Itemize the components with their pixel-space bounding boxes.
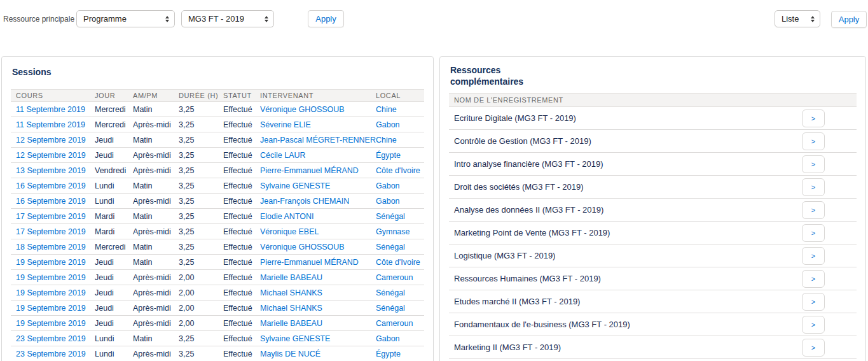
session-ampm: Après-midi [133, 197, 179, 206]
apply-button[interactable]: Apply [308, 10, 344, 27]
session-room-link[interactable]: Chine [376, 136, 424, 145]
session-status: Effectué [223, 197, 260, 206]
session-room-link[interactable]: Chine [376, 105, 424, 114]
table-row: 12 Septembre 2019 Jeudi Matin 3,25 Effec… [11, 132, 424, 148]
session-instructor-link[interactable]: Maylis DE NUCÉ [260, 350, 376, 358]
session-room-link[interactable]: Gabon [376, 181, 424, 190]
apply-view-button[interactable]: Apply [831, 11, 867, 28]
session-ampm: Après-midi [133, 304, 179, 313]
session-status: Effectué [223, 227, 260, 236]
session-date-link[interactable]: 16 Septembre 2019 [16, 197, 95, 206]
session-room-link[interactable]: Cameroun [376, 273, 424, 282]
session-instructor-link[interactable]: Cécile LAUR [260, 151, 376, 160]
session-instructor-link[interactable]: Michael SHANKS [260, 304, 376, 313]
open-resource-button[interactable]: > [802, 132, 825, 150]
session-instructor-link[interactable]: Véronique EBEL [260, 227, 376, 236]
resource-name: Logistique (MG3 FT - 2019) [454, 251, 802, 260]
session-instructor-link[interactable]: Séverine ELIE [260, 120, 376, 129]
view-mode-select[interactable]: Liste [775, 10, 820, 27]
session-date-link[interactable]: 18 Septembre 2019 [16, 243, 95, 251]
session-status: Effectué [223, 181, 260, 190]
session-date-link[interactable]: 12 Septembre 2019 [16, 136, 95, 145]
column-header-cours: COURS [16, 92, 95, 99]
session-date-link[interactable]: 19 Septembre 2019 [16, 319, 95, 328]
open-resource-button[interactable]: > [802, 178, 825, 196]
session-date-link[interactable]: 23 Septembre 2019 [16, 350, 95, 358]
session-instructor-link[interactable]: Sylvaine GENESTE [260, 334, 376, 343]
session-date-link[interactable]: 16 Septembre 2019 [16, 181, 95, 190]
session-room-link[interactable]: Gabon [376, 334, 424, 343]
session-room-link[interactable]: Sénégal [376, 304, 424, 313]
open-resource-button[interactable]: > [802, 224, 825, 242]
session-date-link[interactable]: 23 Septembre 2019 [16, 334, 95, 343]
session-room-link[interactable]: Gabon [376, 197, 424, 206]
session-instructor-link[interactable]: Michael SHANKS [260, 288, 376, 297]
sessions-table-header: COURS JOUR AM/PM DURÉE (H) STATUT INTERV… [11, 89, 424, 102]
open-resource-button[interactable]: > [802, 247, 825, 265]
session-instructor-link[interactable]: Jean-Pascal MÉGRET-RENNER [260, 136, 376, 145]
open-resource-button[interactable]: > [802, 201, 825, 219]
session-ampm: Matin [133, 212, 179, 221]
session-date-link[interactable]: 17 Septembre 2019 [16, 212, 95, 221]
session-date-link[interactable]: 11 Septembre 2019 [16, 105, 95, 114]
session-room-link[interactable]: Sénégal [376, 288, 424, 297]
session-day: Mercredi [95, 243, 133, 251]
open-resource-button[interactable]: > [802, 339, 825, 357]
resource-name: Contrôle de Gestion (MG3 FT - 2019) [454, 136, 802, 146]
session-room-link[interactable]: Égypte [376, 350, 424, 358]
session-instructor-link[interactable]: Elodie ANTONI [260, 212, 376, 221]
session-date-link[interactable]: 19 Septembre 2019 [16, 304, 95, 313]
session-room-link[interactable]: Gymnase [376, 227, 424, 236]
table-row: 18 Septembre 2019 Mercredi Matin 3,25 Ef… [11, 239, 424, 255]
session-day: Jeudi [95, 288, 133, 297]
resource-type-select[interactable]: Programme [76, 10, 175, 27]
session-room-link[interactable]: Côte d'Ivoire [376, 258, 424, 267]
session-instructor-link[interactable]: Pierre-Emmanuel MÉRAND [260, 166, 376, 175]
session-room-link[interactable]: Égypte [376, 151, 424, 160]
resource-name: Fondamentaux de l'e-business (MG3 FT - 2… [454, 320, 802, 329]
session-day: Lundi [95, 197, 133, 206]
session-instructor-link[interactable]: Véronique GHOSSOUB [260, 105, 376, 114]
session-ampm: Après-midi [133, 166, 179, 175]
session-instructor-link[interactable]: Jean-François CHEMAIN [260, 197, 376, 206]
session-room-link[interactable]: Gabon [376, 120, 424, 129]
session-instructor-link[interactable]: Pierre-Emmanuel MÉRAND [260, 258, 376, 267]
table-row: 11 Septembre 2019 Mercredi Après-midi 3,… [11, 117, 424, 132]
session-date-link[interactable]: 19 Septembre 2019 [16, 288, 95, 297]
session-room-link[interactable]: Cameroun [376, 319, 424, 328]
session-status: Effectué [223, 258, 260, 267]
session-room-link[interactable]: Sénégal [376, 212, 424, 221]
column-header-record-name: NOM DE L'ENREGISTREMENT [454, 96, 563, 104]
select-stepper-icon [811, 16, 815, 22]
column-header-duree: DURÉE (H) [179, 92, 223, 99]
session-date-link[interactable]: 13 Septembre 2019 [16, 166, 95, 175]
session-instructor-link[interactable]: Sylvaine GENESTE [260, 181, 376, 190]
primary-resource-label: Ressource principale [3, 15, 74, 24]
session-day: Jeudi [95, 136, 133, 145]
open-resource-button[interactable]: > [802, 293, 825, 311]
open-resource-button[interactable]: > [802, 110, 825, 127]
resource-name: Marketing Point de Vente (MG3 FT - 2019) [454, 228, 802, 237]
session-date-link[interactable]: 12 Septembre 2019 [16, 151, 95, 160]
session-date-link[interactable]: 11 Septembre 2019 [16, 120, 95, 129]
session-room-link[interactable]: Côte d'Ivoire [376, 166, 424, 175]
session-date-link[interactable]: 17 Septembre 2019 [16, 227, 95, 236]
session-ampm: Matin [133, 105, 179, 114]
column-header-statut: STATUT [223, 92, 260, 99]
page: Ressource principale Programme MG3 FT - … [0, 0, 868, 361]
table-row: 23 Septembre 2019 Lundi Après-midi 3,25 … [11, 346, 424, 361]
column-header-ampm: AM/PM [133, 92, 179, 99]
list-item: Etudes marché II (MG3 FT - 2019) > [449, 290, 857, 313]
open-resource-button[interactable]: > [802, 270, 825, 288]
session-day: Jeudi [95, 319, 133, 328]
session-room-link[interactable]: Sénégal [376, 243, 424, 251]
session-date-link[interactable]: 19 Septembre 2019 [16, 258, 95, 267]
resource-name: Intro analyse financière (MG3 FT - 2019) [454, 159, 802, 169]
session-instructor-link[interactable]: Marielle BABEAU [260, 273, 376, 282]
session-instructor-link[interactable]: Marielle BABEAU [260, 319, 376, 328]
resource-select[interactable]: MG3 FT - 2019 [181, 10, 274, 27]
open-resource-button[interactable]: > [802, 316, 825, 334]
open-resource-button[interactable]: > [802, 155, 825, 173]
session-date-link[interactable]: 19 Septembre 2019 [16, 273, 95, 282]
session-instructor-link[interactable]: Véronique GHOSSOUB [260, 243, 376, 251]
